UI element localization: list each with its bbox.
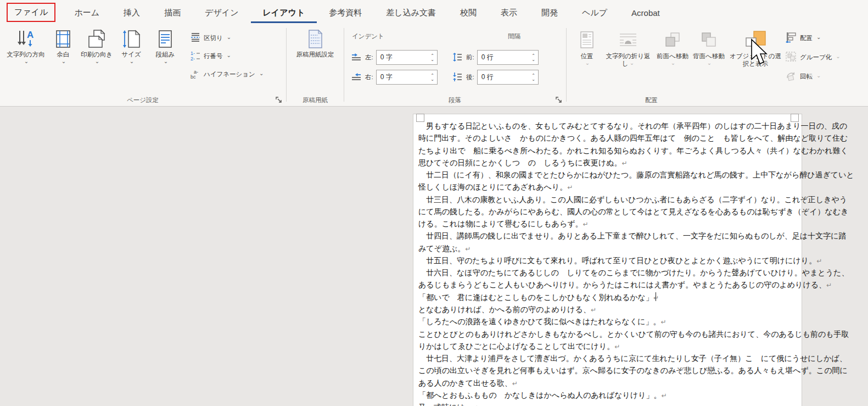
- indent-right-row: 右: 0 字 ⌃⌄: [351, 70, 438, 85]
- text-direction-icon: A: [16, 27, 36, 51]
- tab-layout[interactable]: レイアウト: [251, 2, 317, 23]
- chevron-down-icon: [584, 60, 590, 68]
- spacing-after-value: 0 行: [481, 73, 494, 82]
- tab-references[interactable]: 参考資料: [317, 2, 374, 23]
- send-backward-label: 背面へ移動: [693, 53, 725, 59]
- margins-label: 余白: [57, 51, 70, 58]
- paragraph-mark: ↵: [583, 220, 589, 228]
- doc-line: 廿三日、八木の康教といふ人あり。この人國に必ずしもいひつかふ者にもあらざる（二字…: [418, 193, 798, 205]
- text-direction-label: 文字列の方向: [7, 51, 44, 58]
- word-window: { "tabs": { "items": ["ファイル","ホーム","挿入",…: [0, 0, 868, 406]
- svg-text:2-: 2-: [191, 56, 195, 61]
- genko-settings-label: 原稿用紙設定: [296, 51, 334, 58]
- tab-mailings[interactable]: 差し込み文書: [374, 2, 448, 23]
- align-label: 配置: [800, 34, 813, 42]
- doc-line: 「都いでゝ君に逢はむとこしものをこしかひもなく別れぬるかな」↵: [418, 291, 798, 303]
- doc-line: 時に門出す。そのよしいさゝかものにかきつく。ある人縣の四年五年はてゝ例のことゞも…: [418, 132, 798, 144]
- group-separator: [286, 28, 287, 102]
- line-numbers-button[interactable]: 1- 2- 行番号: [190, 50, 231, 62]
- page-setup-dialog-launcher-icon[interactable]: [276, 96, 283, 103]
- margins-icon: [54, 27, 72, 51]
- chevron-down-icon: [706, 60, 712, 67]
- margins-button[interactable]: 余白: [51, 27, 76, 66]
- chevron-down-icon: [163, 58, 168, 66]
- mouse-cursor: [750, 38, 769, 67]
- send-backward-button: 背面へ移動: [692, 28, 726, 68]
- doc-line: ことひとびとのもありけれどさかしきもなかるべし。とかくいひて前の守も今のも諸共に…: [418, 328, 798, 340]
- paragraph-mark: ↵: [473, 404, 478, 406]
- paragraph-mark: ↵: [567, 183, 573, 191]
- tab-insert[interactable]: 挿入: [111, 2, 152, 23]
- size-button[interactable]: サイズ: [117, 27, 145, 66]
- svg-text:bc: bc: [191, 74, 196, 79]
- position-icon: [579, 28, 595, 52]
- spinner-arrows-icon[interactable]: ⌃⌄: [529, 74, 538, 81]
- spacing-before-field[interactable]: 0 行 ⌃⌄: [477, 50, 539, 65]
- align-icon: [785, 32, 797, 44]
- chevron-down-icon: [815, 35, 821, 41]
- tab-acrobat[interactable]: Acrobat: [619, 2, 672, 23]
- hyphenation-icon: a- bc: [190, 68, 201, 80]
- rotate-label: 回転: [800, 73, 813, 81]
- spacing-after-field[interactable]: 0 行 ⌃⌄: [477, 70, 539, 85]
- doc-line: この頃の出立いそぎを見れど何事もえいはず。京へ歸るに女子のなきのみぞ悲しび戀ふる…: [418, 364, 798, 376]
- position-button: 位置: [573, 28, 601, 68]
- spacing-after-row: 後: 0 行 ⌃⌄: [452, 70, 539, 85]
- paragraph-mark: ↵: [816, 257, 822, 265]
- breaks-icon: [190, 32, 201, 44]
- doc-line: あるじもまらうどもこと人もいひあへりけり。からうたはこれにはえ書かず。やまとうた…: [418, 279, 798, 291]
- doc-line: たちより出でゝ船に乗るべき所へわたる。かれこれ知る知らぬおくりす。年ごろよく具し…: [418, 144, 798, 157]
- tab-design[interactable]: デザイン: [193, 2, 250, 23]
- doc-line: みてぞ遊ぶ。↵: [418, 242, 798, 254]
- genko-settings-button[interactable]: 原稿用紙設定: [296, 27, 334, 58]
- chevron-down-icon: [835, 54, 840, 60]
- tab-review[interactable]: 校閲: [448, 2, 489, 23]
- doc-line: ける。これは物によりて譽むるにしもあらず。↵: [418, 218, 798, 230]
- arrange-group-label: 配置: [567, 96, 736, 104]
- spinner-arrows-icon[interactable]: ⌃⌄: [529, 54, 538, 62]
- group-objects-icon: [785, 51, 797, 63]
- spacing-before-row: 前: 0 行 ⌃⌄: [452, 50, 539, 65]
- ribbon-tab-bar: ファイル ホーム 挿入 描画 デザイン レイアウト 参考資料 差し込み文書 校閲…: [0, 0, 868, 25]
- spinner-arrows-icon[interactable]: ⌃⌄: [428, 74, 437, 81]
- paragraph-mark: ↵: [826, 281, 832, 289]
- spacing-heading: 間隔: [508, 32, 520, 41]
- send-backward-icon: [700, 28, 718, 52]
- doc-line: 怪しくしほ海のほとりにてあざれあへり。↵: [418, 181, 798, 193]
- text-direction-button[interactable]: A 文字列の方向: [7, 27, 45, 66]
- doc-line: 男もすなる日記といふものを、女もしてみむとてするなり。それの年（承平四年）のしは…: [418, 120, 798, 132]
- paragraph-mark: ↵: [661, 318, 667, 326]
- indent-left-field[interactable]: 0 字 ⌃⌄: [376, 50, 438, 65]
- align-button[interactable]: 配置: [785, 32, 821, 44]
- spacing-after-label: 後:: [466, 73, 474, 81]
- orientation-icon: [87, 27, 107, 51]
- tab-view[interactable]: 表示: [489, 2, 529, 23]
- rotate-button: 回転: [785, 70, 821, 82]
- hyphenation-button[interactable]: a- bc ハイフネーション: [190, 68, 264, 80]
- orientation-button[interactable]: 印刷の向き: [80, 27, 113, 66]
- rotate-icon: [785, 70, 797, 82]
- paragraph-dialog-launcher-icon[interactable]: [556, 96, 563, 103]
- doc-line: ある人のかきて出せる歌、↵: [418, 377, 798, 389]
- tab-developer[interactable]: 開発: [529, 2, 570, 23]
- document-page[interactable]: 男もすなる日記といふものを、女もしてみむとてするなり。それの年（承平四年）のしは…: [413, 114, 802, 406]
- paragraph-mark: ↵: [465, 245, 471, 253]
- doc-line: 又、或時には、↵: [418, 401, 798, 406]
- tab-home[interactable]: ホーム: [62, 2, 111, 23]
- document-text[interactable]: 男もすなる日記といふものを、女もしてみむとてするなり。それの年（承平四年）のしは…: [418, 120, 798, 406]
- indent-right-field[interactable]: 0 字 ⌃⌄: [376, 70, 438, 85]
- tab-file[interactable]: ファイル: [7, 3, 55, 22]
- spacing-after-icon: [452, 72, 463, 83]
- columns-button[interactable]: 段組み: [150, 27, 180, 66]
- chevron-down-icon: [128, 58, 134, 66]
- paragraph-mark: ↵: [591, 306, 596, 314]
- doc-line: 「しろたへの浪路を遠くゆきかひて我に似べきはたれならなくに」。↵: [418, 315, 798, 327]
- group-page-setup: A 文字列の方向 余白: [0, 25, 285, 106]
- tab-help[interactable]: ヘルプ: [570, 2, 619, 23]
- chevron-down-icon: [60, 58, 66, 66]
- tab-file-label: ファイル: [14, 7, 48, 16]
- spinner-arrows-icon[interactable]: ⌃⌄: [428, 54, 437, 62]
- document-canvas: 男もすなる日記といふものを、女もしてみむとてするなり。それの年（承平四年）のしは…: [0, 107, 868, 406]
- breaks-button[interactable]: 区切り: [190, 32, 231, 44]
- tab-draw[interactable]: 描画: [152, 2, 193, 23]
